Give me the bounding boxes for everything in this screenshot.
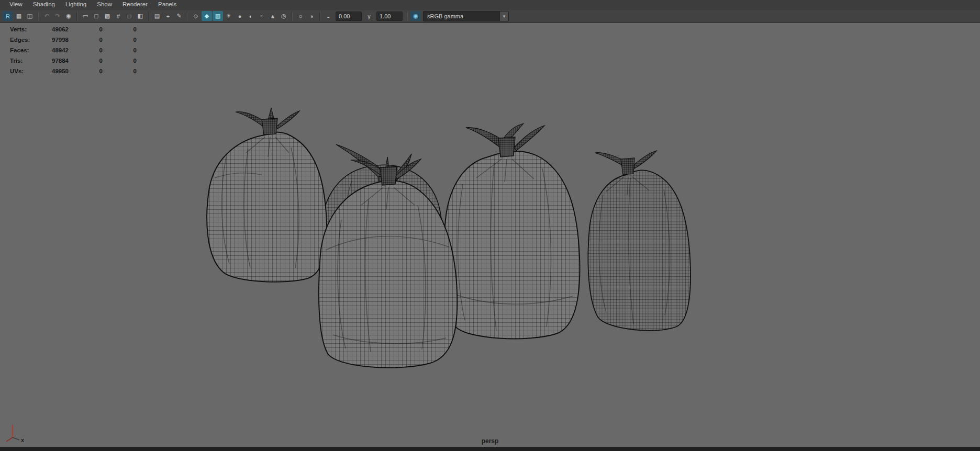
hud-value: 0 — [69, 66, 103, 76]
x-ray-icon[interactable]: ◑ — [306, 11, 317, 21]
viewport-toolbar: R▦◫↶↷◉▭◻▩#□◧▤+✎◇◆▧☀●◐≈▲◎○◑◒0.00γ1.00◉sRG… — [0, 9, 980, 23]
safe-action-icon[interactable]: □ — [124, 11, 135, 21]
wireframe-mode-icon[interactable]: ◇ — [191, 11, 201, 21]
shadows-icon[interactable]: ● — [235, 11, 245, 21]
toolbar-separator — [407, 12, 408, 20]
bag-bow-flap — [595, 153, 625, 166]
toolbar-separator — [319, 12, 320, 20]
hud-label: Edges: — [10, 35, 40, 45]
colorspace-select[interactable]: sRGB gamma▾ — [423, 11, 509, 21]
field-chart-icon[interactable]: # — [113, 11, 124, 21]
toolbar-separator — [148, 12, 149, 20]
toolbar-separator — [38, 12, 39, 20]
toolbar-separator — [76, 12, 77, 20]
hud-value: 97998 — [40, 35, 69, 45]
hud-value: 0 — [103, 45, 137, 55]
trash-bag-left[interactable] — [207, 108, 327, 282]
bag-bow-flap — [236, 112, 266, 128]
menu-item-show[interactable]: Show — [92, 0, 117, 9]
hud-value: 0 — [103, 55, 137, 66]
menu-item-panels[interactable]: Panels — [153, 0, 182, 9]
hud-value: 0 — [69, 45, 103, 55]
hud-row-verts: Verts:4906200 — [10, 24, 137, 35]
menu-bar: ViewShadingLightingShowRendererPanels — [0, 0, 980, 9]
safe-title-icon[interactable]: ◧ — [135, 11, 146, 21]
hud-value: 49062 — [40, 24, 69, 35]
motion-blur-icon[interactable]: ≈ — [257, 11, 267, 21]
hud-label: Faces: — [10, 45, 40, 55]
toolbar-separator — [292, 12, 293, 20]
hud-value: 0 — [103, 35, 137, 45]
hud-value: 0 — [69, 55, 103, 66]
exposure-icon[interactable]: ◒ — [323, 11, 333, 21]
gamma-value-field[interactable]: 1.00 — [376, 12, 403, 21]
bag-knot — [380, 166, 397, 185]
gate-mask-icon[interactable]: ▩ — [102, 11, 113, 21]
menu-item-renderer[interactable]: Renderer — [117, 0, 153, 9]
hud-value: 48942 — [40, 45, 69, 55]
screen-space-ao-icon[interactable]: ◐ — [246, 11, 256, 21]
axis-gizmo: x — [3, 421, 28, 443]
hud-value: 49950 — [40, 66, 69, 76]
hud-value: 0 — [69, 35, 103, 45]
hud-row-tris: Tris:9788400 — [10, 55, 137, 66]
menu-item-shading[interactable]: Shading — [28, 0, 60, 9]
hud-value: 0 — [103, 24, 137, 35]
renderer-r-icon[interactable]: R — [3, 11, 13, 21]
bottom-strip — [0, 447, 980, 451]
hud-value: 97884 — [40, 55, 69, 66]
undo-view-icon[interactable]: ↶ — [41, 11, 52, 21]
view-transform-icon[interactable]: ◉ — [410, 11, 421, 21]
textured-mode-icon[interactable]: ▧ — [213, 11, 223, 21]
camera-select-icon[interactable]: ◉ — [63, 11, 74, 21]
grease-pencil-icon[interactable]: ✎ — [174, 11, 184, 21]
hud-label: Tris: — [10, 55, 40, 66]
hud-row-faces: Faces:4894200 — [10, 45, 137, 55]
toolbar-separator — [187, 12, 188, 20]
image-plane-icon[interactable]: ▤ — [152, 11, 162, 21]
bag-knot — [498, 137, 515, 157]
anti-aliasing-icon[interactable]: ▲ — [268, 11, 278, 21]
hud-value: 0 — [69, 24, 103, 35]
axis-x-label: x — [21, 437, 25, 443]
hud-label: UVs: — [10, 66, 40, 76]
bag-bow-flap — [276, 111, 299, 129]
viewport[interactable]: Verts:4906200Edges:9799800Faces:4894200T… — [0, 23, 980, 447]
redo-view-icon[interactable]: ↷ — [52, 11, 63, 21]
bag-knot — [621, 158, 634, 175]
shading-menu-icon[interactable]: ▦ — [14, 11, 24, 21]
hud-label: Verts: — [10, 24, 40, 35]
gamma-icon[interactable]: γ — [364, 11, 374, 21]
hud-row-edges: Edges:9799800 — [10, 35, 137, 45]
colorspace-label: sRGB gamma — [424, 13, 499, 19]
use-all-lights-icon[interactable]: ☀ — [224, 11, 234, 21]
bag-bow-flap — [466, 128, 503, 149]
shaded-mode-icon[interactable]: ◆ — [202, 11, 212, 21]
menu-item-view[interactable]: View — [4, 0, 28, 9]
poly-count-hud: Verts:4906200Edges:9799800Faces:4894200T… — [10, 24, 137, 76]
bag-bow-flap — [633, 151, 656, 168]
trash-bag-center-right[interactable] — [444, 123, 580, 339]
viewport-canvas[interactable] — [0, 23, 980, 447]
resolution-gate-icon[interactable]: ◻ — [91, 11, 102, 21]
pan-zoom-2d-icon[interactable]: + — [163, 11, 173, 21]
camera-name-label: persp — [0, 437, 980, 445]
depth-of-field-icon[interactable]: ◎ — [279, 11, 289, 21]
panel-layout-icon[interactable]: ◫ — [25, 11, 35, 21]
chevron-down-icon[interactable]: ▾ — [499, 12, 508, 21]
hud-row-uvs: UVs:4995000 — [10, 66, 137, 76]
isolate-select-icon[interactable]: ○ — [295, 11, 306, 21]
film-gate-icon[interactable]: ▭ — [80, 11, 91, 21]
exposure-value-field[interactable]: 0.00 — [336, 12, 362, 21]
bag-knot — [262, 118, 277, 135]
menu-item-lighting[interactable]: Lighting — [60, 0, 92, 9]
hud-value: 0 — [103, 66, 137, 76]
trash-bag-right[interactable] — [588, 151, 691, 331]
